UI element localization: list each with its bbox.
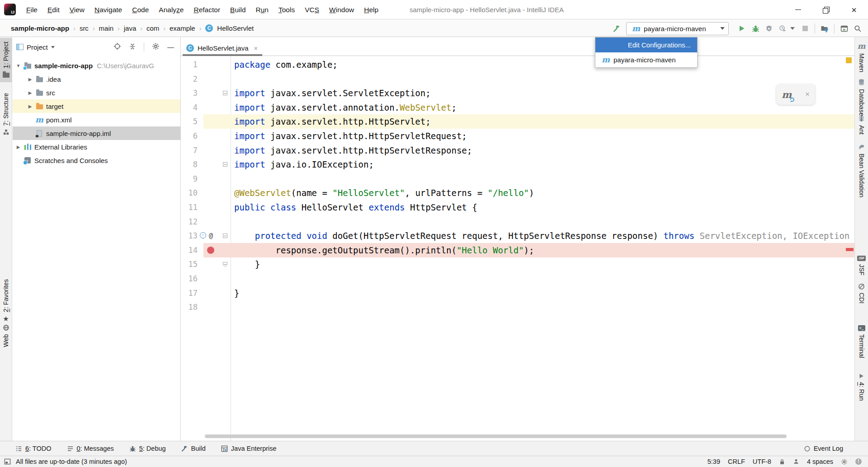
- menu-window[interactable]: Window: [324, 0, 359, 19]
- status-widget-background-tasks[interactable]: [841, 458, 848, 465]
- line-number[interactable]: 17: [181, 286, 198, 300]
- breadcrumb-item[interactable]: src: [80, 24, 89, 32]
- code-line-2[interactable]: 2: [181, 72, 854, 86]
- menu-analyze[interactable]: Analyze: [154, 0, 189, 19]
- menu-view[interactable]: View: [65, 0, 90, 19]
- chevron-expanded-icon[interactable]: ▼: [15, 63, 21, 68]
- search-everywhere-button[interactable]: [851, 22, 864, 35]
- tree-node-pom-xml[interactable]: mpom.xml: [13, 113, 180, 126]
- tool-window-button-jsf[interactable]: JSFJSF: [855, 256, 868, 276]
- line-number[interactable]: 18: [181, 300, 198, 314]
- code-line-15[interactable]: 15 }: [181, 257, 854, 271]
- build-project-button[interactable]: [610, 22, 623, 35]
- tool-window-button-maven[interactable]: mMaven: [855, 42, 868, 72]
- menu-file[interactable]: File: [21, 0, 42, 19]
- code-line-10[interactable]: 10@WebServlet(name = "HelloServlet", url…: [181, 186, 854, 200]
- close-icon[interactable]: ×: [805, 90, 810, 99]
- menu-code[interactable]: Code: [127, 0, 154, 19]
- breadcrumb-item[interactable]: example: [170, 24, 195, 32]
- tool-window-button-bean-validation[interactable]: Bean Validation: [855, 144, 868, 197]
- breadcrumb-item[interactable]: java: [124, 24, 137, 32]
- code-editor[interactable]: 1package com.example;23import javax.serv…: [181, 56, 854, 441]
- run-anything-button[interactable]: [837, 22, 851, 35]
- line-number[interactable]: 14: [181, 243, 198, 257]
- restore-button[interactable]: [812, 0, 840, 19]
- maven-reload-popup[interactable]: m ×: [776, 84, 815, 105]
- code-line-16[interactable]: 16: [181, 271, 854, 286]
- code-line-18[interactable]: 18: [181, 300, 854, 314]
- line-number[interactable]: 3: [181, 86, 198, 100]
- tool-window-button-run[interactable]: 4: Run: [855, 373, 868, 401]
- tree-node-target[interactable]: ▶target: [13, 99, 180, 113]
- status-widget-readonly-lock[interactable]: [779, 458, 785, 465]
- fold-marker-icon[interactable]: [223, 262, 227, 266]
- line-number[interactable]: 10: [181, 186, 198, 200]
- code-line-7[interactable]: 7import javax.servlet.http.HttpServletRe…: [181, 143, 854, 158]
- dropdown-item[interactable]: mpayara-micro-maven: [595, 52, 697, 67]
- status-widget-line-endings[interactable]: CRLF: [728, 458, 745, 465]
- line-number[interactable]: 11: [181, 200, 198, 215]
- code-line-3[interactable]: 3import javax.servlet.ServletException;: [181, 86, 854, 100]
- profiler-chevron-icon[interactable]: [790, 27, 795, 30]
- settings-button[interactable]: [152, 42, 160, 51]
- tool-window-button-build[interactable]: Build: [181, 445, 206, 452]
- line-number[interactable]: 15: [181, 257, 198, 271]
- tree-node-sample-micro-app-iml[interactable]: sample-micro-app.iml: [13, 126, 180, 140]
- locate-file-button[interactable]: [113, 42, 121, 51]
- tool-window-button-web[interactable]: Web: [0, 324, 12, 347]
- status-widget-indent[interactable]: 4 spaces: [807, 458, 833, 465]
- status-widget-encoding[interactable]: UTF-8: [753, 458, 771, 465]
- tool-window-button-structure[interactable]: 7: Structure: [0, 93, 12, 135]
- line-number[interactable]: 8: [181, 157, 198, 172]
- tool-window-button-favorites[interactable]: 2: Favorites★: [0, 279, 12, 322]
- line-number[interactable]: 12: [181, 215, 198, 229]
- chevron-collapsed-icon[interactable]: ▶: [27, 90, 33, 95]
- inspection-status-indicator[interactable]: [846, 57, 852, 63]
- menu-vcs[interactable]: VCS: [300, 0, 324, 19]
- tree-node-scratches-and-consoles[interactable]: ›Scratches and Consoles: [13, 154, 180, 167]
- run-with-coverage-button[interactable]: [762, 22, 776, 35]
- close-button[interactable]: ×: [840, 0, 868, 19]
- chevron-collapsed-icon[interactable]: ▶: [27, 104, 33, 109]
- collapse-all-button[interactable]: [129, 43, 136, 51]
- maven-refresh-icon[interactable]: m: [782, 89, 792, 100]
- menu-tools[interactable]: Tools: [274, 0, 300, 19]
- line-number[interactable]: 13: [181, 229, 198, 243]
- line-number[interactable]: 7: [181, 143, 198, 158]
- fold-marker-icon[interactable]: [223, 91, 227, 95]
- tool-window-button-todo[interactable]: 6: TODO: [15, 445, 52, 452]
- tree-node-external-libraries[interactable]: ▶External Libraries: [13, 140, 180, 154]
- horizontal-scrollbar[interactable]: [205, 434, 787, 438]
- code-line-13[interactable]: 13↑@ protected void doGet(HttpServletReq…: [181, 229, 854, 243]
- hide-panel-button[interactable]: —: [167, 43, 174, 51]
- profiler-button[interactable]: [776, 22, 789, 35]
- tool-window-button-ant[interactable]: Ant: [855, 115, 868, 135]
- code-line-9[interactable]: 9: [181, 172, 854, 186]
- menu-run[interactable]: Run: [251, 0, 274, 19]
- breadcrumb-item[interactable]: com: [146, 24, 159, 32]
- chevron-down-icon[interactable]: [51, 46, 55, 48]
- tree-node--idea[interactable]: ▶.idea: [13, 72, 180, 86]
- line-number[interactable]: 2: [181, 72, 198, 86]
- project-panel-title[interactable]: Project: [27, 43, 48, 51]
- line-number[interactable]: 16: [181, 271, 198, 286]
- run-button[interactable]: [735, 22, 749, 35]
- tool-window-button-messages[interactable]: 0: Messages: [67, 445, 114, 452]
- minimize-button[interactable]: [784, 0, 812, 19]
- project-structure-button[interactable]: [818, 22, 831, 35]
- breadcrumb-item[interactable]: sample-micro-app: [11, 24, 69, 32]
- code-line-14[interactable]: 14 response.getOutputStream().println("H…: [181, 243, 854, 257]
- code-line-1[interactable]: 1package com.example;: [181, 57, 854, 72]
- event-log-button[interactable]: Event Log: [804, 445, 843, 452]
- tool-window-button-debug[interactable]: 5: Debug: [129, 445, 166, 452]
- code-line-4[interactable]: 4import javax.servlet.annotation.WebServ…: [181, 100, 854, 115]
- tree-node-sample-micro-app[interactable]: ▼sample-micro-appC:\Users\jGauravG: [13, 59, 180, 72]
- fold-marker-icon[interactable]: [223, 162, 227, 167]
- line-number[interactable]: 9: [181, 172, 198, 186]
- breadcrumb-item[interactable]: HelloServlet: [217, 24, 254, 32]
- tool-window-button-database[interactable]: Database: [855, 79, 868, 116]
- line-number[interactable]: 4: [181, 100, 198, 115]
- code-line-11[interactable]: 11public class HelloServlet extends Http…: [181, 200, 854, 215]
- menu-refactor[interactable]: Refactor: [189, 0, 225, 19]
- tool-window-toggle-icon[interactable]: [4, 458, 11, 465]
